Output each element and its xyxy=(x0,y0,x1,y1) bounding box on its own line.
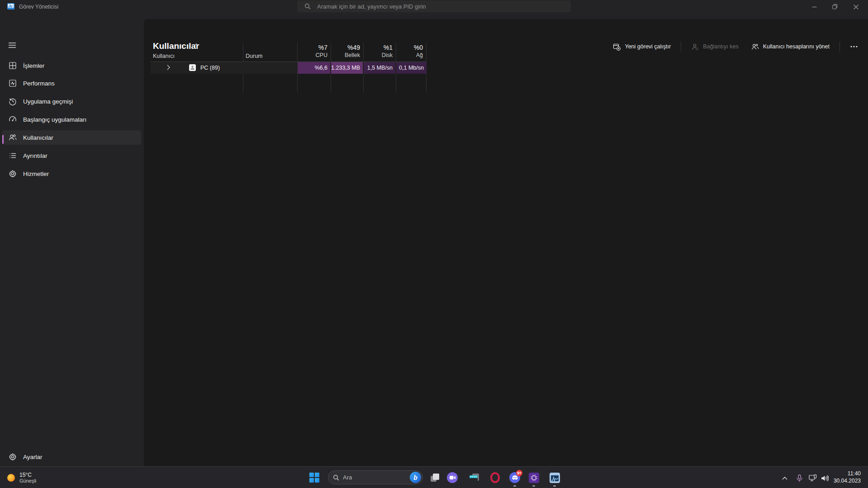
sidebar-item-processes[interactable]: İşlemler xyxy=(0,57,144,75)
network-icon[interactable] xyxy=(808,473,818,483)
close-button[interactable] xyxy=(845,0,866,14)
discord-notification-badge: 9+ xyxy=(516,470,522,476)
column-header-status[interactable]: Durum xyxy=(246,53,263,59)
details-list-icon xyxy=(9,152,17,160)
user-accounts-icon xyxy=(751,43,759,51)
maximize-button[interactable] xyxy=(825,0,845,14)
desktop: { "titlebar": { "app_title": "Görev Yöne… xyxy=(0,0,868,488)
network-total: %0 xyxy=(396,44,423,52)
column-header-memory[interactable]: %49 Bellek xyxy=(331,44,363,62)
taskbar-task-manager-app[interactable] xyxy=(549,472,560,483)
running-indicator xyxy=(513,485,516,487)
memory-cell: 1.233,3 MB xyxy=(331,62,363,74)
windows-logo-icon xyxy=(309,473,319,483)
toolbar-separator xyxy=(681,42,681,52)
sidebar-item-label: Başlangıç uygulamaları xyxy=(23,116,86,123)
bing-icon[interactable]: b xyxy=(410,472,421,483)
gear-icon xyxy=(9,453,17,461)
sidebar-item-label: Uygulama geçmişi xyxy=(23,98,73,105)
window-title: Görev Yöneticisi xyxy=(19,4,58,10)
taskbar: 15°C Güneşli Ara b 9+ xyxy=(0,466,868,488)
time: 11:40 xyxy=(834,470,861,477)
search-placeholder: Aramak için bir ad, yayımcı veya PID gir… xyxy=(317,3,426,10)
task-view-button[interactable] xyxy=(429,472,440,483)
taskbar-search-input[interactable]: Ara b xyxy=(328,470,423,484)
minimize-button[interactable] xyxy=(804,0,825,14)
column-header-cpu[interactable]: %7 CPU xyxy=(297,44,331,62)
column-header-user[interactable]: Kullanıcı xyxy=(153,53,175,59)
table-header: Kullanıcı Durum %7 CPU %49 Bellek %1 Dis… xyxy=(151,43,427,62)
task-manager-app-icon xyxy=(7,3,14,10)
speaker-icon[interactable] xyxy=(820,473,830,483)
discord-icon: 9+ xyxy=(509,472,520,483)
content-panel: Kullanıcılar Yeni görevi çalıştır Bağlan… xyxy=(144,19,868,466)
toolbar: Yeni görevi çalıştır Bağlantıyı kes Kull… xyxy=(610,40,861,53)
disconnect-user-icon xyxy=(691,43,699,51)
table-row-user[interactable]: PC (89) %6,6 1.233,3 MB 1,5 MB/sn 0,1 Mb… xyxy=(151,62,427,74)
memory-total: %49 xyxy=(331,44,360,52)
column-header-network[interactable]: %0 Ağ xyxy=(396,44,426,62)
sidebar-item-services[interactable]: Hizmetler xyxy=(0,165,144,183)
opera-gx-icon xyxy=(490,472,500,483)
manage-user-accounts-button[interactable]: Kullanıcı hesaplarını yönet xyxy=(749,41,832,52)
running-indicator xyxy=(553,485,556,487)
cpu-cell: %6,6 xyxy=(298,62,330,74)
disconnect-label: Bağlantıyı kes xyxy=(703,43,739,50)
startup-gauge-icon xyxy=(9,115,17,123)
menu-toggle-button[interactable] xyxy=(5,38,19,52)
services-gear-icon xyxy=(9,170,17,178)
sidebar-item-label: Hizmetler xyxy=(23,171,49,177)
sidebar-item-settings[interactable]: Ayarlar xyxy=(0,448,144,466)
weather-widget[interactable]: 15°C Güneşli xyxy=(5,469,39,486)
tray-show-hidden-icons[interactable] xyxy=(780,473,790,483)
disconnect-button[interactable]: Bağlantıyı kes xyxy=(688,41,741,52)
taskbar-discord-app[interactable]: 9+ xyxy=(509,472,520,483)
taskbar-video-chat-app[interactable] xyxy=(447,472,458,483)
network-cell: 0,1 Mb/sn xyxy=(396,62,427,74)
expand-chevron-icon[interactable] xyxy=(167,65,170,70)
taskbar-opera-gx-app[interactable] xyxy=(489,472,500,483)
user-name: PC (89) xyxy=(200,65,220,71)
sidebar-item-label: Kullanıcılar xyxy=(23,134,53,141)
run-new-task-label: Yeni görevi çalıştır xyxy=(625,43,671,50)
sidebar-item-details[interactable]: Ayrıntılar xyxy=(0,147,144,165)
sidebar-item-users[interactable]: Kullanıcılar xyxy=(0,128,144,147)
sidebar: İşlemler Performans Uygulama geçmişi Baş… xyxy=(0,19,144,466)
clock-widget[interactable]: 11:40 30.04.2023 xyxy=(834,470,861,484)
sunny-weather-icon xyxy=(7,474,15,482)
disk-total: %1 xyxy=(363,44,393,52)
new-task-icon xyxy=(613,43,621,51)
running-indicator xyxy=(532,485,535,487)
column-header-disk[interactable]: %1 Disk xyxy=(363,44,396,62)
search-icon xyxy=(304,3,311,9)
microphone-icon[interactable] xyxy=(794,473,804,483)
history-clock-icon xyxy=(9,97,17,105)
performance-pulse-icon xyxy=(9,79,17,87)
cpu-chip-icon xyxy=(529,473,539,483)
taskbar-cpu-monitor-app[interactable] xyxy=(528,472,539,483)
taskbar-keyboard-app[interactable] xyxy=(469,472,480,483)
run-new-task-button[interactable]: Yeni görevi çalıştır xyxy=(610,41,674,52)
window-controls xyxy=(804,0,866,14)
weather-condition: Güneşli xyxy=(19,478,36,484)
sidebar-item-app-history[interactable]: Uygulama geçmişi xyxy=(0,92,144,110)
taskbar-search-label: Ara xyxy=(343,474,352,481)
user-avatar xyxy=(189,64,196,71)
sidebar-item-performance[interactable]: Performans xyxy=(0,74,144,92)
manage-accounts-label: Kullanıcı hesaplarını yönet xyxy=(763,43,830,50)
sidebar-item-label: Ayrıntılar xyxy=(23,152,47,159)
sidebar-item-label: Ayarlar xyxy=(23,454,43,460)
search-icon xyxy=(333,474,339,481)
selection-accent-bar xyxy=(2,135,4,144)
start-button[interactable] xyxy=(309,472,320,483)
users-table: Kullanıcı Durum %7 CPU %49 Bellek %1 Dis… xyxy=(151,43,427,74)
cpu-total: %7 xyxy=(297,44,327,52)
sidebar-item-label: İşlemler xyxy=(23,62,44,69)
sidebar-item-startup-apps[interactable]: Başlangıç uygulamaları xyxy=(0,110,144,128)
titlebar: Görev Yöneticisi Aramak için bir ad, yay… xyxy=(0,0,868,19)
more-options-button[interactable] xyxy=(847,41,861,52)
processes-grid-icon xyxy=(9,62,17,70)
users-icon xyxy=(9,133,17,142)
global-search-input[interactable]: Aramak için bir ad, yayımcı veya PID gir… xyxy=(297,0,571,12)
sort-ascending-icon xyxy=(194,43,199,46)
